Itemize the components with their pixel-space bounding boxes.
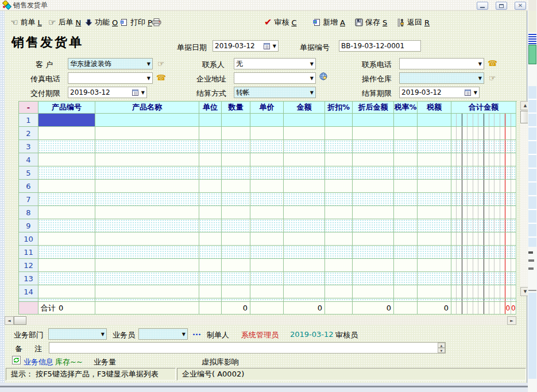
table-row[interactable]: 12 xyxy=(19,259,517,272)
doc-date-picker[interactable]: 2019-03-12 ▼ xyxy=(213,40,279,52)
table-cell[interactable] xyxy=(353,206,394,219)
table-cell[interactable] xyxy=(353,127,394,140)
table-row[interactable]: 6 xyxy=(19,180,517,193)
address-combo[interactable]: ▼ xyxy=(234,72,316,84)
table-row[interactable]: 13 xyxy=(19,272,517,285)
globe-icon[interactable] xyxy=(319,72,327,80)
horizontal-scroll-thumb[interactable] xyxy=(14,316,26,325)
table-cell[interactable] xyxy=(38,206,95,219)
table-cell[interactable] xyxy=(222,246,250,259)
spin-up-icon[interactable]: ▲ xyxy=(438,343,445,348)
scroll-left-button[interactable]: ◄ xyxy=(5,316,14,325)
minimize-button[interactable] xyxy=(477,2,488,10)
table-cell[interactable] xyxy=(38,285,95,298)
table-cell[interactable] xyxy=(451,140,516,153)
table-cell[interactable] xyxy=(325,272,353,285)
table-cell[interactable] xyxy=(451,127,516,140)
business-info-link[interactable]: 业务信息 xyxy=(24,357,53,367)
table-cell[interactable] xyxy=(222,232,250,246)
table-cell[interactable] xyxy=(353,285,394,298)
table-cell[interactable] xyxy=(222,259,250,272)
table-cell[interactable] xyxy=(394,246,418,259)
table-cell[interactable] xyxy=(95,166,199,180)
stock-link[interactable]: 库存~~ xyxy=(55,357,83,367)
table-cell[interactable] xyxy=(451,193,516,206)
table-cell[interactable] xyxy=(394,232,418,246)
table-cell[interactable] xyxy=(284,232,325,246)
next-doc-button[interactable]: ☞ 后单N xyxy=(48,17,81,28)
table-cell[interactable] xyxy=(38,232,95,246)
col-header-price[interactable]: 单价 xyxy=(250,102,284,114)
contact-combo[interactable]: 无 ▼ xyxy=(234,58,316,69)
table-cell[interactable] xyxy=(353,180,394,193)
table-cell[interactable] xyxy=(95,272,199,285)
table-cell[interactable] xyxy=(418,272,451,285)
table-cell[interactable] xyxy=(250,193,284,206)
table-cell[interactable] xyxy=(250,166,284,180)
row-number[interactable]: 13 xyxy=(19,272,38,285)
table-cell[interactable] xyxy=(250,206,284,219)
warehouse-combo[interactable]: ▼ xyxy=(399,72,484,84)
table-cell[interactable] xyxy=(38,272,95,285)
table-cell[interactable] xyxy=(325,193,353,206)
table-cell[interactable] xyxy=(284,140,325,153)
col-header-discount[interactable]: 折扣% xyxy=(325,102,353,114)
table-row[interactable]: 2 xyxy=(19,127,517,140)
row-number[interactable]: 9 xyxy=(19,219,38,232)
save-button[interactable]: 保存S xyxy=(355,17,387,28)
prev-doc-button[interactable]: ☜ 前单L xyxy=(10,17,42,28)
table-cell[interactable] xyxy=(418,166,451,180)
table-cell[interactable] xyxy=(325,127,353,140)
table-cell[interactable] xyxy=(284,166,325,180)
table-cell[interactable] xyxy=(95,246,199,259)
table-cell[interactable] xyxy=(325,180,353,193)
function-button[interactable]: 功能O xyxy=(85,17,118,28)
table-cell[interactable] xyxy=(38,140,95,153)
table-row[interactable]: 8 xyxy=(19,206,517,219)
settle-date-picker[interactable]: 2019-03-12 ▼ xyxy=(399,87,480,98)
table-cell[interactable] xyxy=(418,206,451,219)
table-cell[interactable] xyxy=(284,180,325,193)
table-row[interactable]: 14 xyxy=(19,285,517,298)
table-cell[interactable] xyxy=(38,193,95,206)
table-cell[interactable] xyxy=(95,206,199,219)
table-cell[interactable] xyxy=(353,232,394,246)
table-cell[interactable] xyxy=(250,285,284,298)
maximize-button[interactable] xyxy=(496,2,507,10)
select-warehouse-hand-icon[interactable]: ☞ xyxy=(489,73,496,83)
table-cell[interactable] xyxy=(199,259,222,272)
table-row[interactable]: 11 xyxy=(19,246,517,259)
table-cell[interactable] xyxy=(284,219,325,232)
table-cell[interactable] xyxy=(394,206,418,219)
row-number[interactable]: 10 xyxy=(19,232,38,246)
table-cell[interactable] xyxy=(38,114,95,127)
table-row[interactable]: 9 xyxy=(19,219,517,232)
spin-down-icon[interactable]: ▼ xyxy=(438,348,445,353)
scroll-right-button[interactable]: ► xyxy=(507,316,516,325)
table-cell[interactable] xyxy=(353,140,394,153)
table-cell[interactable] xyxy=(222,206,250,219)
table-cell[interactable] xyxy=(451,180,516,193)
table-cell[interactable] xyxy=(394,140,418,153)
table-cell[interactable] xyxy=(451,114,516,127)
table-cell[interactable] xyxy=(250,272,284,285)
table-cell[interactable] xyxy=(284,285,325,298)
table-row[interactable]: 5 xyxy=(19,166,517,180)
table-cell[interactable] xyxy=(394,259,418,272)
table-cell[interactable] xyxy=(394,272,418,285)
col-header-product-code[interactable]: 产品编号 xyxy=(38,102,95,114)
table-cell[interactable] xyxy=(95,114,199,127)
table-cell[interactable] xyxy=(199,272,222,285)
horizontal-scrollbar[interactable] xyxy=(5,316,516,325)
col-header-product-name[interactable]: 产品名称 xyxy=(95,102,199,114)
table-cell[interactable] xyxy=(222,166,250,180)
table-cell[interactable] xyxy=(325,259,353,272)
table-cell[interactable] xyxy=(353,219,394,232)
salesman-combo[interactable]: ▼ xyxy=(138,328,188,340)
table-cell[interactable] xyxy=(38,219,95,232)
more-button[interactable]: ... xyxy=(192,328,201,337)
table-cell[interactable] xyxy=(199,127,222,140)
table-cell[interactable] xyxy=(284,153,325,166)
col-header-discounted-amount[interactable]: 折后金额 xyxy=(353,102,394,114)
print-button[interactable]: 打印P xyxy=(120,17,152,28)
